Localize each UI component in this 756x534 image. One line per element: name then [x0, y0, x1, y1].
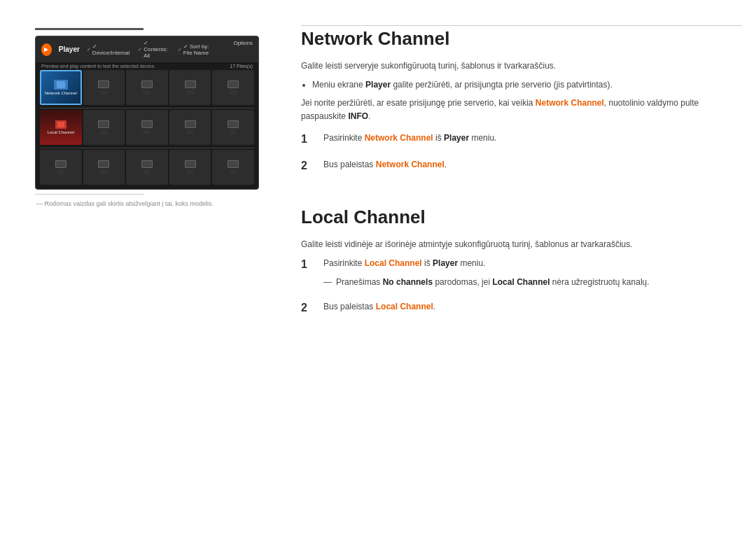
- tv-subtitle: Preview and play content to test the sel…: [41, 64, 155, 69]
- cell-icon: [55, 160, 66, 168]
- network-channel-step1: 1 Pasirinkite Network Channel iš Player …: [301, 132, 721, 147]
- local-channel-section: Local Channel Galite leisti vidinėje ar …: [301, 206, 721, 328]
- cell-icon: [141, 160, 153, 168]
- cell-sub: [144, 130, 150, 134]
- step2-network: Network Channel: [376, 160, 444, 169]
- lc-step2-prefix: Bus paleistas: [323, 302, 376, 311]
- cell-icon: [185, 120, 196, 128]
- tv-cell: [126, 110, 168, 145]
- local-channel-label: Local Channel: [48, 130, 74, 134]
- note-suffix: nėra užregistruotų kanalų.: [550, 277, 649, 287]
- local-channel-icon: [55, 120, 66, 129]
- local-channel-cell: Local Channel: [40, 110, 82, 145]
- bottom-line-decoration: [35, 194, 144, 195]
- note-prefix: Pranešimas: [336, 277, 383, 287]
- lc-step1-suffix: meniu.: [458, 258, 485, 268]
- lc-step2-content: Bus paleistas Local Channel.: [323, 300, 721, 314]
- cell-sub: [187, 170, 194, 174]
- left-panel: ▶ Player ✓ Device/Internal ✓ Contents: A…: [35, 28, 273, 506]
- step-note: — Pranešimas No channels parodomas, jei …: [323, 276, 721, 289]
- cell-icon: [98, 160, 109, 168]
- network-channel-label: Network Channel: [45, 91, 77, 96]
- note-text: Pranešimas No channels parodomas, jei Lo…: [336, 276, 650, 289]
- cell-sub: [230, 90, 237, 94]
- tv-cell: [169, 150, 211, 185]
- cell-icon: [141, 120, 153, 128]
- bullet1-suffix: galite peržiūrėti, ar prisijungta prie s…: [391, 80, 612, 90]
- network-channel-step2: 2 Bus paleistas Network Channel.: [301, 158, 721, 174]
- local-channel-title: Local Channel: [301, 206, 721, 228]
- tv-top-controls: ✓ Device/Internal ✓ Contents: All ✓ Sort…: [87, 40, 253, 59]
- tv-cell: [169, 70, 211, 105]
- cell-icon: [98, 120, 109, 128]
- lc-step1-content: Pasirinkite Local Channel iš Player meni…: [323, 257, 721, 289]
- cell-sub: [187, 130, 194, 134]
- step1-player: Player: [444, 133, 469, 143]
- image-note: Rodomas vaizdas gali skirtis atsižvelgia…: [35, 200, 273, 207]
- cell-icon: [227, 80, 239, 88]
- right-panel: Network Channel Galite leisti serveryje …: [301, 28, 721, 506]
- bullet1-player: Player: [365, 80, 391, 90]
- tv-cell: [126, 150, 168, 185]
- network-channel-description: Galite leisti serveryje sukonfigūruotą t…: [301, 59, 721, 73]
- step1-network: Network Channel: [365, 133, 433, 143]
- step2-suffix: .: [444, 160, 447, 169]
- tv-cell: [169, 110, 211, 145]
- bullet1-prefix: Meniu ekrane: [312, 80, 365, 90]
- tv-grid-row-2: Local Channel: [36, 110, 258, 146]
- lc-step1-player: Player: [433, 258, 458, 268]
- lc-step2-local: Local Channel: [376, 302, 433, 311]
- tv-top-bar: ▶ Player ✓ Device/Internal ✓ Contents: A…: [36, 36, 258, 62]
- lc-step2-suffix: .: [433, 302, 435, 311]
- info-network: Network Channel: [536, 98, 604, 108]
- tv-cell: [83, 150, 125, 185]
- tv-mockup: ▶ Player ✓ Device/Internal ✓ Contents: A…: [35, 36, 259, 190]
- network-channel-info: Jei norite peržiūrėti, ar esate prisijun…: [301, 97, 721, 123]
- note-local: Local Channel: [492, 277, 550, 287]
- top-line-decoration: [35, 28, 144, 30]
- local-channel-description: Galite leisti vidinėje ar išorinėje atmi…: [301, 238, 721, 251]
- cell-sub: [187, 90, 194, 94]
- cell-sub: [57, 170, 64, 174]
- cell-icon: [227, 120, 239, 128]
- lc-step1-prefix: Pasirinkite: [323, 258, 365, 268]
- tv-grid-row-1: Network Channel: [36, 70, 258, 106]
- network-channel-icon: [54, 80, 68, 90]
- tv-cell: [212, 150, 254, 185]
- tv-cell: [212, 110, 254, 145]
- tv-cell: [83, 70, 125, 105]
- right-top-line: [301, 25, 742, 26]
- cell-sub: [100, 130, 107, 134]
- tv-player-label: Player: [59, 45, 80, 53]
- cell-icon: [185, 160, 196, 168]
- step2-content: Bus paleistas Network Channel.: [323, 158, 721, 171]
- network-channel-section: Network Channel Galite leisti serveryje …: [301, 28, 721, 185]
- cell-sub: [144, 90, 150, 94]
- sort-control: ✓ Sort by: File Name: [178, 40, 220, 59]
- info-bold: INFO: [348, 111, 368, 121]
- step1-content: Pasirinkite Network Channel iš Player me…: [323, 132, 721, 145]
- cell-icon: [141, 80, 153, 88]
- step1-number: 1: [301, 132, 312, 147]
- cell-sub: [230, 170, 237, 174]
- cell-icon: [227, 160, 239, 168]
- tv-separator: [40, 108, 254, 108]
- lc-step1-number: 1: [301, 257, 312, 272]
- tv-options: Options: [233, 40, 253, 59]
- info-prefix: Jei norite peržiūrėti, ar esate prisijun…: [301, 98, 536, 108]
- tv-grid-row-3: [36, 150, 258, 186]
- step2-prefix: Bus paleistas: [323, 160, 376, 169]
- tv-cell: [83, 110, 125, 145]
- cell-icon: [185, 80, 196, 88]
- network-channel-bullets: Meniu ekrane Player galite peržiūrėti, a…: [301, 78, 721, 92]
- cell-sub: [144, 170, 150, 174]
- step2-number: 2: [301, 158, 312, 174]
- contents-all-control: ✓ Contents: All: [138, 40, 169, 59]
- tv-cell: [126, 70, 168, 105]
- step1-middle: iš: [433, 133, 444, 143]
- lc-step1-middle: iš: [422, 258, 433, 268]
- info-end: .: [368, 111, 370, 121]
- tv-separator-2: [40, 148, 254, 148]
- bullet-item-1: Meniu ekrane Player galite peržiūrėti, a…: [312, 78, 721, 92]
- note-no-channels: No channels: [383, 277, 433, 287]
